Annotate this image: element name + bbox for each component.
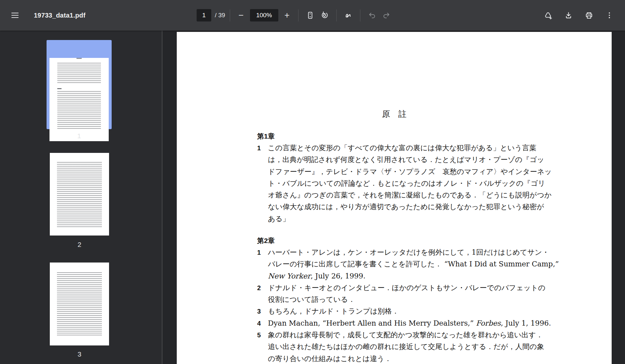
thumbnail-page-3[interactable] [50, 263, 109, 345]
more-options-button[interactable] [602, 8, 617, 22]
thumbnail-page-1[interactable] [47, 40, 112, 129]
annotate-button[interactable] [341, 8, 355, 22]
note-line: 1 ハーバート・アレンは，ケン・オーレッタだけを例外にして，1回だけはじめてサン… [257, 247, 544, 258]
download-icon [564, 11, 573, 20]
chapter-2-heading: 第2章 [257, 236, 275, 245]
toolbar-right-group [541, 0, 617, 31]
thumbnail-label-1: 1 [47, 132, 112, 140]
toolbar-center-group: / 39 − 100% + [197, 0, 394, 31]
chapter-1-notes: 1 この言葉とその変形の「すべての偉大な富の裏には偉大な犯罪がある」という言葉 … [257, 142, 544, 225]
toolbar-divider [298, 9, 299, 21]
note-line: 4 Dyan Machan, “Herbert Allen and His Me… [257, 317, 544, 329]
toolbar-divider [360, 9, 360, 21]
note-line: 1 この言葉とその変形の「すべての偉大な富の裏には偉大な犯罪がある」という言葉 [257, 142, 544, 154]
add-to-drive-icon [544, 11, 552, 20]
page-count-label: / 39 [215, 12, 225, 19]
note-number: 1 [257, 142, 261, 154]
note-line: 5 象の群れは家母長制で，成長して支配的かつ攻撃的になった雄を群れから追い出す． [257, 329, 544, 341]
undo-icon [368, 11, 376, 20]
toolbar-left-group: 19733_data1.pdf [8, 0, 86, 31]
note-line: 3 もちろん，ドナルド・トランプは別格． [257, 305, 544, 317]
thumbnail-label-3: 3 [50, 350, 109, 358]
note-number: 4 [257, 317, 261, 329]
zoom-level: 100% [250, 9, 278, 21]
thumbnail-page-2[interactable] [50, 153, 109, 236]
note-number: 3 [257, 305, 261, 317]
note-line: 追い出された雄たちはほかの雌の群れに接近して交尾しようとする．だが，人間の象 [257, 341, 544, 353]
chapter-2-notes: 1 ハーバート・アレンは，ケン・オーレッタだけを例外にして，1回だけはじめてサン… [257, 247, 544, 364]
toolbar-divider [230, 9, 230, 21]
note-line: ト・バブルについての評論など．もとになったのはオノレ・ド・バルザックの『ゴリ [257, 178, 544, 189]
document-title: 原 註 [177, 109, 612, 119]
note-line: 2 ドナルド・キーオとのインタビュー．ほかのゲストもサン・バレーでのバフェットの [257, 282, 544, 294]
file-name: 19733_data1.pdf [34, 12, 86, 19]
note-line: は，出典が明記されず何度となく引用されている．たとえばマリオ・プーゾの『ゴッ [257, 154, 544, 166]
redo-button[interactable] [379, 8, 394, 22]
toolbar-divider [336, 9, 337, 21]
pdf-toolbar: 19733_data1.pdf / 39 − 100% + [0, 0, 625, 31]
note-line: ある」 [257, 213, 544, 225]
chapter-1-heading: 第1章 [257, 132, 275, 141]
note-line: バレーの行事に出席して記事を書くことを許可した． “What I Did at … [257, 258, 544, 270]
rotate-counterclockwise-icon [320, 11, 329, 20]
thumbnail-page-1-preview [49, 58, 109, 141]
note-line: New Yorker, July 26, 1999. [257, 270, 544, 282]
note-line: の寄り合いの仕組みはこれとは違う． [257, 353, 544, 364]
note-line: ない偉大な成功には，やり方が適切であったために発覚しなかった犯罪という秘密が [257, 201, 544, 213]
download-button[interactable] [561, 8, 576, 22]
more-options-icon [605, 11, 614, 20]
print-button[interactable] [582, 8, 596, 22]
zoom-in-button[interactable]: + [281, 9, 294, 22]
thumbnail-panel: 1 2 3 [0, 31, 162, 364]
undo-button[interactable] [365, 8, 379, 22]
redo-icon [382, 11, 391, 20]
note-line: ドファーザー』，テレビ・ドラマ〈ザ・ソプラノズ 哀愁のマフィア〉やインターネッ [257, 166, 544, 178]
annotate-pen-icon [344, 11, 353, 20]
page-number-input[interactable] [197, 9, 211, 21]
pdf-page: 原 註 第1章 1 この言葉とその変形の「すべての偉大な富の裏には偉大な犯罪があ… [177, 32, 612, 364]
note-number: 2 [257, 282, 261, 294]
note-number: 5 [257, 329, 261, 341]
menu-button[interactable] [8, 8, 22, 22]
note-number: 1 [257, 247, 261, 258]
rotate-button[interactable] [317, 8, 332, 22]
zoom-out-button[interactable]: − [235, 9, 248, 22]
print-icon [585, 11, 593, 20]
menu-icon [11, 11, 19, 20]
note-line: オ爺さん』のつぎの言葉で，それを簡潔に凝縮したものである．「どうにも説明がつか [257, 189, 544, 201]
thumbnail-label-2: 2 [50, 241, 109, 249]
note-line: 役割について語っている． [257, 294, 544, 305]
add-to-drive-button[interactable] [541, 8, 555, 22]
fit-page-icon [306, 11, 314, 20]
fit-page-button[interactable] [303, 8, 317, 22]
